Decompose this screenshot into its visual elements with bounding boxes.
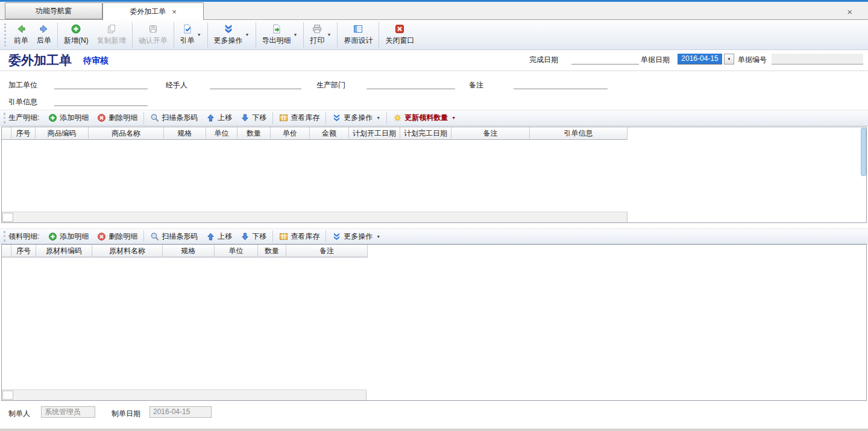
- tab-strip: 功能导航窗 委外加工单 × ×: [0, 2, 868, 20]
- column-header[interactable]: 单价: [271, 127, 310, 140]
- column-header[interactable]: 单位: [206, 127, 237, 140]
- arrow-right-icon: [39, 24, 49, 34]
- more-operations-button[interactable]: 更多操作 ▼: [328, 112, 385, 124]
- column-header[interactable]: 备注: [451, 127, 530, 140]
- column-header[interactable]: 金额: [310, 127, 349, 140]
- dropdown-caret-icon[interactable]: ▼: [376, 234, 380, 239]
- copy-new-button[interactable]: 复制新增: [93, 22, 130, 48]
- column-header[interactable]: 商品编码: [36, 127, 89, 140]
- remark-label: 备注: [469, 80, 483, 90]
- ref-info-field[interactable]: [54, 96, 148, 106]
- tab-close-icon[interactable]: ×: [172, 8, 177, 16]
- column-header[interactable]: 序号: [11, 245, 36, 257]
- tab-outsourced-processing-order[interactable]: 委外加工单 ×: [102, 2, 204, 20]
- reference-order-button[interactable]: 引单 ▼: [176, 22, 206, 48]
- finish-date-field[interactable]: [571, 54, 639, 64]
- export-detail-button[interactable]: 导出明细 ▼: [258, 22, 302, 48]
- prev-order-button[interactable]: 前单: [10, 22, 33, 48]
- bill-no-field[interactable]: [772, 54, 863, 64]
- dropdown-caret-icon[interactable]: ▼: [294, 33, 298, 37]
- scan-barcode-button[interactable]: 扫描条形码: [146, 112, 202, 124]
- view-stock-button[interactable]: 查看库存: [275, 230, 324, 243]
- page-title: 委外加工单: [8, 52, 72, 69]
- column-header[interactable]: 数量: [237, 127, 271, 140]
- make-date-field: 2016-04-15: [149, 406, 212, 418]
- horizontal-scrollbar[interactable]: [2, 212, 627, 222]
- column-header[interactable]: 单位: [215, 245, 258, 257]
- scrollbar-thumb[interactable]: [2, 391, 13, 400]
- dropdown-caret-icon[interactable]: ▼: [327, 33, 331, 37]
- column-header[interactable]: 计划完工日期: [400, 127, 451, 140]
- column-header[interactable]: 数量: [258, 245, 286, 257]
- toolbar-grip[interactable]: [4, 231, 5, 242]
- toolbar-grip[interactable]: [4, 113, 5, 124]
- next-order-button[interactable]: 后单: [33, 22, 55, 48]
- move-up-button[interactable]: 上移: [202, 112, 236, 124]
- toolbar-separator: [143, 230, 144, 242]
- production-dept-field[interactable]: [366, 79, 455, 89]
- close-red-icon: [394, 24, 405, 34]
- double-chevron-down-icon: [332, 232, 341, 241]
- tab-function-navigation[interactable]: 功能导航窗: [5, 2, 102, 19]
- bill-date-field[interactable]: 2016-04-15: [678, 54, 722, 64]
- move-up-button[interactable]: 上移: [202, 230, 236, 243]
- column-header[interactable]: 规格: [164, 127, 206, 140]
- column-header[interactable]: 规格: [163, 245, 215, 257]
- delete-detail-button[interactable]: 删除明细: [93, 112, 142, 124]
- material-detail-label: 领料明细:: [8, 231, 39, 242]
- magnifier-icon: [150, 232, 159, 241]
- scan-barcode-button[interactable]: 扫描条形码: [146, 230, 202, 243]
- print-button[interactable]: 打印 ▼: [306, 22, 335, 48]
- column-header[interactable]: 引单信息: [530, 127, 627, 140]
- table-grid-icon: [279, 232, 288, 241]
- processing-unit-field[interactable]: [54, 79, 148, 89]
- bill-date-dropdown-button[interactable]: ▼: [724, 54, 734, 64]
- dropdown-caret-icon[interactable]: ▼: [451, 116, 456, 120]
- handler-field[interactable]: [210, 79, 301, 89]
- interface-design-button[interactable]: 界面设计: [339, 22, 377, 48]
- dropdown-caret-icon[interactable]: ▼: [376, 116, 380, 120]
- window-close-icon[interactable]: ×: [847, 7, 852, 17]
- remark-field[interactable]: [514, 79, 608, 89]
- copy-icon: [106, 24, 117, 34]
- close-window-button[interactable]: 关闭窗口: [381, 22, 418, 48]
- finish-date-label: 完成日期: [529, 55, 558, 65]
- production-detail-label: 生产明细:: [8, 113, 39, 123]
- horizontal-scrollbar[interactable]: [2, 389, 366, 400]
- confirm-create-button[interactable]: 确认开单: [134, 22, 172, 48]
- column-header[interactable]: 原材料名称: [92, 245, 163, 257]
- dropdown-caret-icon[interactable]: ▼: [245, 33, 250, 37]
- move-down-button[interactable]: 下移: [236, 112, 271, 124]
- make-date-label: 制单日期: [112, 409, 140, 419]
- tab-label: 功能导航窗: [36, 6, 72, 16]
- update-material-qty-button[interactable]: 更新领料数量 ▼: [389, 112, 460, 124]
- vertical-scrollbar-thumb[interactable]: [861, 128, 866, 176]
- move-down-button[interactable]: 下移: [236, 230, 271, 243]
- outsourced-processing-order-window: 功能导航窗 委外加工单 × × 前单 后单 新增(N): [0, 0, 868, 431]
- view-stock-button[interactable]: 查看库存: [275, 112, 324, 124]
- production-detail-grid: 序号 商品编码 商品名称 规格 单位 数量 单价 金额 计划开工日期 计划完工日…: [1, 127, 867, 223]
- material-grid-header: 序号 原材料编码 原材料名称 规格 单位 数量 备注: [2, 245, 866, 257]
- production-dept-label: 生产部门: [316, 80, 345, 90]
- column-header[interactable]: 备注: [286, 245, 368, 257]
- new-button[interactable]: 新增(N): [60, 22, 93, 48]
- delete-circle-icon: [97, 113, 106, 122]
- toolbar-separator: [379, 22, 379, 48]
- scrollbar-thumb[interactable]: [2, 213, 13, 222]
- column-header[interactable]: 序号: [11, 127, 36, 140]
- dropdown-caret-icon[interactable]: ▼: [197, 33, 201, 37]
- toolbar-separator: [174, 22, 174, 48]
- add-detail-button[interactable]: 添加明细: [44, 112, 93, 124]
- add-circle-icon: [71, 24, 81, 34]
- production-detail-toolbar: 生产明细: 添加明细 删除明细 扫描条形码 上移 下移 查看库存: [0, 110, 868, 126]
- column-header[interactable]: 计划开工日期: [349, 127, 400, 140]
- delete-detail-button[interactable]: 删除明细: [93, 230, 142, 243]
- column-header[interactable]: 商品名称: [89, 127, 164, 140]
- toolbar-separator: [337, 22, 338, 48]
- toolbar-grip[interactable]: [4, 24, 6, 46]
- arrow-up-icon: [206, 232, 215, 241]
- more-operations-button[interactable]: 更多操作 ▼: [328, 230, 385, 243]
- column-header[interactable]: 原材料编码: [36, 245, 92, 257]
- more-operations-button[interactable]: 更多操作 ▼: [210, 22, 254, 48]
- add-detail-button[interactable]: 添加明细: [44, 230, 93, 243]
